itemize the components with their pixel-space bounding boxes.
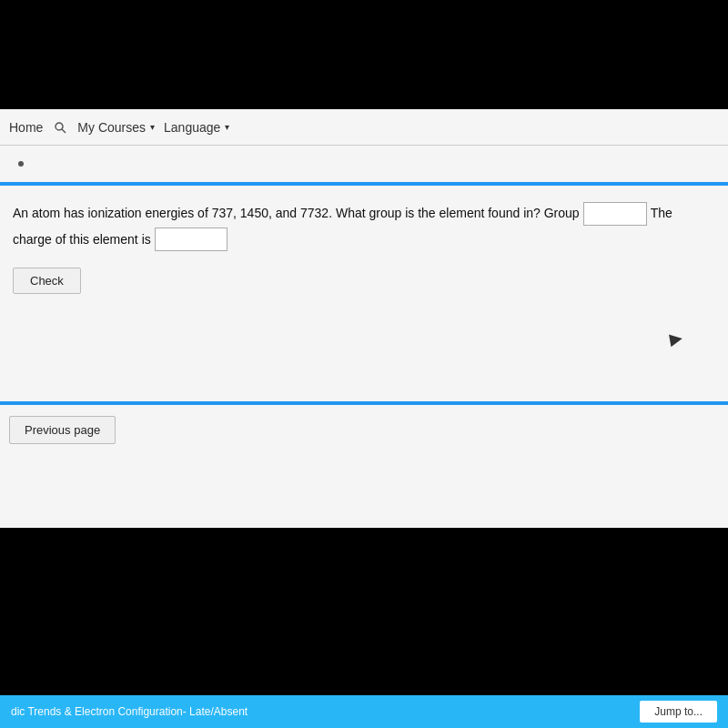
question-text: An atom has ionization energies of 737, … <box>13 202 715 226</box>
prev-page-area: Previous page <box>0 405 728 455</box>
previous-page-button[interactable]: Previous page <box>9 416 116 444</box>
breadcrumb-dot <box>18 161 24 167</box>
svg-point-0 <box>56 123 63 130</box>
question-part1: An atom has ionization energies of 737, … <box>13 203 580 225</box>
question-part2: The <box>651 203 672 225</box>
svg-line-1 <box>62 129 66 133</box>
group-input[interactable] <box>583 202 647 226</box>
charge-line: charge of this element is <box>13 228 715 251</box>
charge-label: charge of this element is <box>13 232 151 247</box>
top-black-area <box>0 0 728 109</box>
charge-input[interactable] <box>155 228 228 251</box>
check-button[interactable]: Check <box>13 268 81 294</box>
nav-my-courses[interactable]: My Courses <box>77 120 155 135</box>
cursor-pointer: ▶ <box>668 328 684 349</box>
bottom-black-band <box>0 677 728 695</box>
footer-course-text: dic Trends & Electron Configuration- Lat… <box>11 705 248 718</box>
nav-home[interactable]: Home <box>9 120 43 135</box>
nav-bar: Home My Courses Language <box>0 109 728 146</box>
bottom-spacer <box>0 455 728 528</box>
nav-language[interactable]: Language <box>164 120 229 135</box>
bottom-bar: dic Trends & Electron Configuration- Lat… <box>0 695 728 728</box>
jump-to-button[interactable]: Jump to... <box>640 701 717 723</box>
nav-icon <box>52 119 68 136</box>
spacer-area: ▶ <box>0 310 728 401</box>
content-area: An atom has ionization energies of 737, … <box>0 186 728 310</box>
dot-area <box>0 146 728 182</box>
